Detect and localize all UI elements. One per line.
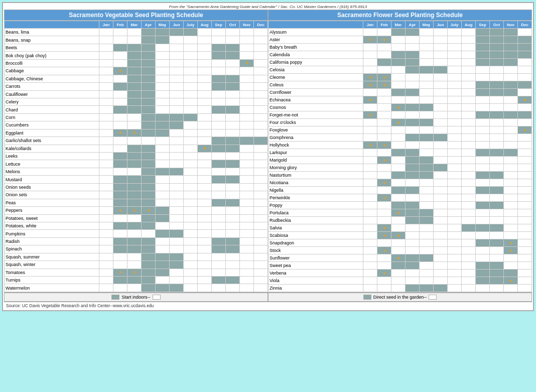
table-row: Lettuce <box>5 160 268 168</box>
month-data-cell <box>113 176 127 183</box>
month-data-cell <box>226 121 240 129</box>
month-data-cell <box>406 81 420 89</box>
month-data-cell <box>156 207 170 214</box>
month-data-cell <box>226 90 240 98</box>
month-data-cell <box>254 207 268 214</box>
month-data-cell <box>127 153 142 160</box>
plant-name-cell: Forget-me-not <box>269 111 363 119</box>
month-data-cell <box>170 269 184 276</box>
table-row: Echinacea✦✦ <box>269 96 532 104</box>
month-data-cell <box>406 172 420 179</box>
table-row: Periwinkle✦ <box>269 194 532 202</box>
month-data-cell <box>198 44 212 51</box>
month-data-cell <box>156 168 170 175</box>
month-data-cell <box>184 153 198 160</box>
month-data-cell <box>490 277 504 285</box>
month-data-cell <box>363 247 377 254</box>
month-data-cell <box>462 157 476 164</box>
table-row: Celery <box>5 98 268 105</box>
month-data-cell <box>518 29 532 36</box>
month-data-cell <box>518 74 532 81</box>
table-row: Peppers✦✦✦ <box>5 207 268 214</box>
month-data-cell <box>127 230 142 237</box>
table-row: Squash, winter <box>5 261 268 269</box>
plant-name-cell: Verbena <box>269 270 363 277</box>
month-data-cell <box>127 284 142 292</box>
month-data-cell <box>240 253 254 260</box>
month-data-cell <box>170 284 184 292</box>
month-data-cell <box>490 44 504 51</box>
month-data-cell <box>142 29 156 36</box>
month-data-cell <box>212 145 226 152</box>
month-data-cell <box>420 277 434 285</box>
month-data-cell <box>240 237 254 245</box>
month-data-cell <box>518 89 532 96</box>
month-data-cell <box>127 75 142 82</box>
month-data-cell <box>490 270 504 277</box>
month-data-cell <box>406 51 420 59</box>
table-row: Baby's breath <box>269 44 532 51</box>
plant-name-cell: Potatoes, sweet <box>5 214 99 222</box>
shaded-legend-right <box>363 295 371 300</box>
month-data-cell <box>420 111 434 119</box>
month-data-cell <box>184 214 198 222</box>
month-data-cell <box>504 217 518 224</box>
month-data-cell <box>420 202 434 209</box>
month-data-cell <box>226 83 240 90</box>
month-data-cell <box>156 90 170 98</box>
plant-name-cell: Kale/collards <box>5 145 99 152</box>
month-data-cell <box>226 44 240 51</box>
month-data-cell <box>504 126 518 134</box>
month-data-cell <box>212 129 226 137</box>
month-data-cell <box>198 29 212 36</box>
month-data-cell <box>406 96 420 104</box>
month-data-cell <box>476 74 490 81</box>
month-data-cell <box>462 149 476 157</box>
month-data-cell <box>99 191 113 199</box>
month-data-cell <box>518 142 532 149</box>
month-data-cell <box>504 51 518 59</box>
month-data-cell <box>363 202 377 209</box>
month-data-cell <box>504 224 518 232</box>
month-data-cell <box>518 209 532 217</box>
month-data-cell <box>490 36 504 44</box>
month-data-cell <box>476 179 490 187</box>
month-data-cell <box>448 224 462 232</box>
month-data-cell <box>434 119 448 126</box>
month-data-cell <box>198 199 212 206</box>
month-data-cell <box>127 160 142 168</box>
month-data-cell <box>226 176 240 183</box>
month-data-cell: ✦ <box>363 36 377 44</box>
plant-name-cell: Hollyhock <box>269 142 363 149</box>
month-data-cell: ✦ <box>127 207 142 214</box>
month-data-cell <box>170 129 184 137</box>
month-data-cell <box>198 261 212 269</box>
month-data-cell <box>184 67 198 75</box>
month-data-cell <box>198 153 212 160</box>
month-data-cell <box>434 51 448 59</box>
month-data-cell <box>226 67 240 75</box>
month-data-cell <box>156 98 170 105</box>
month-data-cell <box>448 217 462 224</box>
month-data-cell <box>518 36 532 44</box>
plant-name-cell: Aster <box>269 36 363 44</box>
month-data-cell <box>212 98 226 105</box>
month-data-cell <box>156 284 170 292</box>
veg-header: Sacramento Vegetable Seed Planting Sched… <box>4 10 268 21</box>
plant-name-cell: Snapdragon <box>269 239 363 247</box>
month-data-cell: ✦ <box>113 269 127 276</box>
month-data-cell <box>518 149 532 157</box>
month-data-cell <box>142 199 156 206</box>
month-data-cell <box>226 237 240 245</box>
month-data-cell <box>377 187 391 194</box>
month-data-cell <box>462 194 476 202</box>
table-row: Melons <box>5 168 268 175</box>
month-data-cell <box>377 96 391 104</box>
plant-name-cell: Peppers <box>5 207 99 214</box>
table-row: Leeks <box>5 153 268 160</box>
footer-left: Start indoors-- <box>4 293 268 302</box>
month-data-cell <box>420 232 434 239</box>
month-data-cell <box>363 209 377 217</box>
month-data-cell <box>490 126 504 134</box>
month-sep: Sep <box>212 21 226 29</box>
